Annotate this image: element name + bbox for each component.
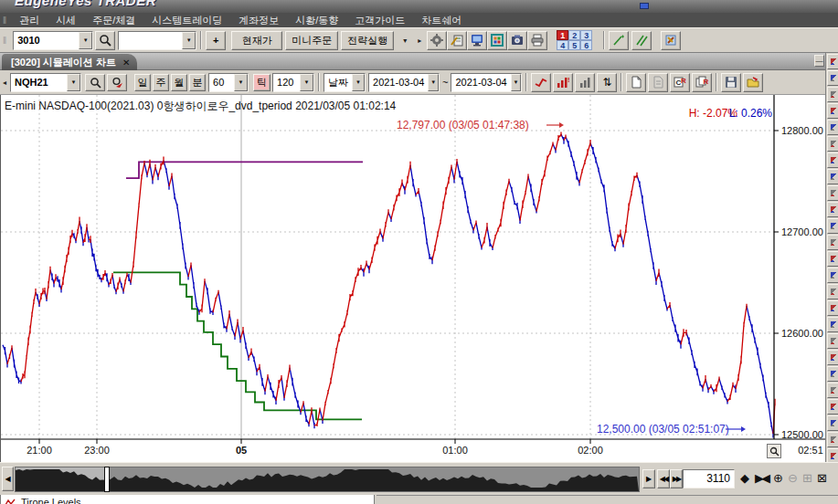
- menu-item-1[interactable]: 시세: [48, 14, 84, 27]
- line-chart-type-button[interactable]: [531, 73, 551, 92]
- chevron-down-icon[interactable]: ▼: [182, 32, 196, 49]
- parallel-lines-button[interactable]: [631, 31, 652, 50]
- axis-zoom-button[interactable]: [767, 444, 781, 458]
- drawing-tool-button-10[interactable]: [827, 218, 838, 234]
- drawing-tool-button-5[interactable]: [827, 136, 838, 152]
- quick-slot-6[interactable]: 6: [580, 40, 592, 50]
- screen-number-combo[interactable]: 3010 ▼: [13, 31, 93, 50]
- toolbar-overflow-icon[interactable]: ▸: [418, 37, 421, 45]
- drawing-tool-button-13[interactable]: [827, 268, 838, 283]
- mini-order-button[interactable]: 미니주문: [285, 31, 338, 50]
- drawing-tool-button-12[interactable]: [827, 251, 838, 267]
- scroll-right-button[interactable]: ▶: [642, 469, 655, 488]
- chart-region[interactable]: 12800.0012700.0012600.0012500.0021:0023:…: [0, 95, 825, 462]
- minimize-button[interactable]: —: [814, 55, 824, 67]
- date-mode-combo[interactable]: 날짜 ▼: [324, 73, 366, 92]
- symbol-search-button[interactable]: [85, 74, 105, 91]
- period-tick-button[interactable]: 틱: [253, 74, 270, 91]
- toolbar-more-icon[interactable]: ▾: [403, 37, 407, 45]
- drawing-tool-button-23[interactable]: [827, 432, 838, 447]
- screen-layout-button[interactable]: [487, 31, 507, 50]
- grid-view-icon[interactable]: ⊞: [802, 470, 812, 487]
- chevron-down-icon[interactable]: ▼: [300, 74, 313, 91]
- drawing-tool-button-8[interactable]: [827, 185, 838, 201]
- collapse-icon[interactable]: ◂: [3, 79, 6, 87]
- menu-item-6[interactable]: 고객가이드: [346, 14, 413, 27]
- indicator-item-tirone-levels[interactable]: Tirone Levels: [1, 496, 374, 504]
- volume-alert-button[interactable]: !: [553, 73, 573, 92]
- drawing-tool-button-6[interactable]: [827, 152, 838, 168]
- close-icon[interactable]: ✕: [122, 58, 130, 68]
- order-memo-button[interactable]: [447, 31, 467, 50]
- menu-item-5[interactable]: 시황/동향: [287, 14, 346, 27]
- menu-item-0[interactable]: 관리: [11, 14, 48, 27]
- period-month-button[interactable]: 월: [171, 74, 187, 91]
- chevron-down-icon[interactable]: ▼: [67, 74, 80, 91]
- open-button[interactable]: [743, 73, 763, 92]
- pages-refresh-button[interactable]: R: [692, 73, 712, 92]
- zoom-in-icon[interactable]: ⊕: [773, 470, 783, 487]
- menu-item-2[interactable]: 주문/체결: [84, 14, 143, 27]
- drawing-tool-button-0[interactable]: [827, 54, 838, 69]
- chevron-down-icon[interactable]: ▼: [234, 74, 248, 91]
- symbol-name-combo[interactable]: ▼: [118, 31, 196, 50]
- drawing-tool-button-20[interactable]: [827, 383, 838, 398]
- recent-symbol-button[interactable]: [107, 74, 127, 91]
- drawing-tool-button-18[interactable]: [827, 350, 838, 365]
- chevron-down-icon[interactable]: ▼: [511, 74, 522, 91]
- period-minute-button[interactable]: 분: [189, 74, 206, 91]
- chart-tools-button[interactable]: [661, 31, 681, 50]
- chevron-down-icon[interactable]: ▼: [79, 32, 92, 49]
- search-button[interactable]: [95, 31, 115, 50]
- collapse-view-icon[interactable]: ▶◀: [755, 470, 768, 487]
- date-to-combo[interactable]: 2021-03-04 ▼: [451, 73, 522, 92]
- current-price-button[interactable]: 현재가: [231, 31, 282, 50]
- expand-view-icon[interactable]: ◆: [740, 470, 749, 487]
- drawing-tool-button-21[interactable]: [827, 399, 838, 415]
- drawing-tool-button-7[interactable]: [827, 169, 838, 184]
- drawing-tool-button-19[interactable]: [827, 366, 838, 382]
- date-from-combo[interactable]: 2021-03-04 ▼: [368, 73, 440, 92]
- menu-item-3[interactable]: 시스템트레이딩: [143, 14, 230, 27]
- page-right-button[interactable]: ▶▶: [670, 469, 683, 488]
- sort-updown-button[interactable]: ⇅: [597, 73, 617, 92]
- strategy-run-button[interactable]: 전략실행: [341, 31, 394, 50]
- drawing-tool-button-15[interactable]: [827, 300, 838, 316]
- monitor-button[interactable]: [467, 31, 487, 50]
- close-panel-icon[interactable]: ⊠: [817, 470, 827, 487]
- trendline-add-button[interactable]: [609, 31, 629, 50]
- add-button[interactable]: +: [206, 31, 226, 50]
- navigator-handle[interactable]: [104, 467, 110, 492]
- bar-chart-type-button[interactable]: [575, 73, 595, 92]
- drawing-tool-button-9[interactable]: [827, 202, 838, 217]
- price-chart[interactable]: 12800.0012700.0012600.0012500.0021:0023:…: [1, 95, 826, 462]
- drawing-tool-button-14[interactable]: [827, 284, 838, 299]
- copy-chart-button-disabled[interactable]: [648, 73, 668, 92]
- drawing-tool-button-3[interactable]: [827, 103, 838, 119]
- save-button[interactable]: [721, 73, 741, 92]
- symbol-combo[interactable]: NQH21 ▼: [10, 73, 81, 92]
- minute-interval-combo[interactable]: 60 ▼: [208, 73, 249, 92]
- quick-slot-4[interactable]: 4: [557, 40, 568, 50]
- period-week-button[interactable]: 주: [153, 74, 169, 91]
- bar-count-input[interactable]: 3110: [683, 469, 735, 488]
- drawing-tool-button-2[interactable]: [827, 87, 838, 102]
- quick-slot-2[interactable]: 2: [568, 30, 580, 40]
- settings-button[interactable]: [427, 31, 447, 50]
- drawing-tool-button-17[interactable]: [827, 333, 838, 349]
- screenshot-button[interactable]: [507, 31, 527, 50]
- tab-simulation-chart[interactable]: [3020] 시뮬레이션 차트 ✕: [2, 54, 137, 70]
- new-chart-button[interactable]: [626, 73, 646, 92]
- chart-refresh-button[interactable]: CR: [670, 73, 690, 92]
- drawing-tool-button-11[interactable]: [827, 235, 838, 250]
- zoom-out-icon[interactable]: ⊖: [788, 470, 798, 487]
- scroll-left-button[interactable]: ◀: [2, 467, 14, 491]
- quick-slot-3[interactable]: 3: [580, 30, 592, 40]
- drawing-tool-button-22[interactable]: [827, 415, 838, 431]
- chevron-down-icon[interactable]: ▼: [352, 74, 365, 91]
- quick-slot-1[interactable]: 1: [557, 30, 568, 40]
- period-day-button[interactable]: 일: [134, 74, 151, 91]
- quick-slot-5[interactable]: 5: [568, 40, 580, 50]
- tick-interval-combo[interactable]: 120 ▼: [272, 73, 314, 92]
- menu-item-7[interactable]: 차트쉐어: [413, 14, 470, 27]
